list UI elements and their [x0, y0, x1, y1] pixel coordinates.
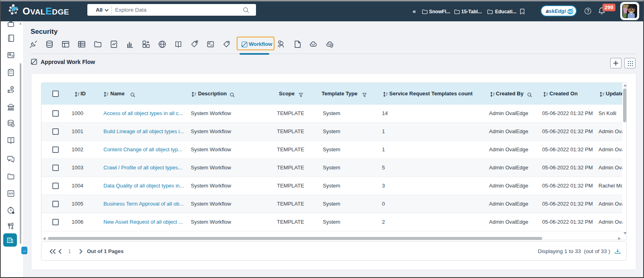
svg-text:API: API	[312, 43, 315, 46]
